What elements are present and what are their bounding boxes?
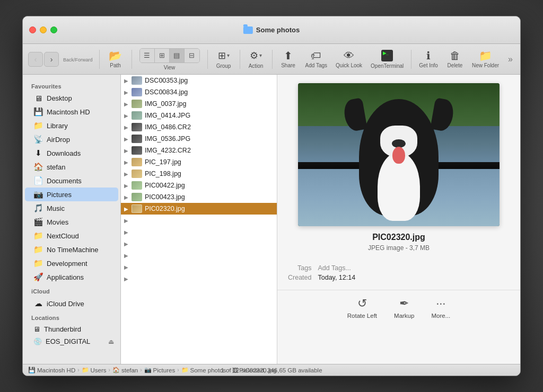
file-row[interactable]: ▶ DSC00834.jpg [121, 86, 277, 98]
newfolder-button[interactable]: 📁 New Folder [469, 46, 502, 73]
action-button[interactable]: ⚙ ▾ Action [244, 46, 268, 73]
breadcrumb-item-users[interactable]: 📁 Users [82, 367, 107, 373]
sidebar-item-documents[interactable]: 📄 Documents [25, 174, 118, 188]
preview-image-container [298, 83, 500, 226]
status-text: 1 of 12 selected, 346,65 GB available [221, 367, 322, 373]
breadcrumb-sep: › [140, 367, 142, 373]
view-button[interactable]: ☰ ⊞ ▤ ⊟ View [136, 46, 203, 73]
sidebar-item-stefan[interactable]: 🏠 stefan [25, 160, 118, 174]
column-view-btn[interactable]: ▤ [170, 49, 185, 63]
sidebar-item-thunderbird[interactable]: 🖥 Thunderbird [25, 323, 118, 335]
list-icon-btn[interactable]: ☰ [140, 49, 155, 63]
file-row[interactable]: ▶ DSC00353.jpg [121, 75, 277, 86]
rotate-left-button[interactable]: ↺ Rotate Left [347, 297, 377, 319]
stefan-icon: 🏠 [33, 162, 43, 172]
macintosh-hd-icon-small: 💾 [28, 367, 36, 373]
sidebar-item-downloads[interactable]: ⬇ Downloads [25, 146, 118, 160]
file-row[interactable]: ▶ PIC_198.jpg [121, 168, 277, 180]
sidebar-item-library-label: Library [47, 122, 68, 130]
created-value: Today, 12:14 [318, 274, 510, 281]
sidebar-item-applications[interactable]: 🚀 Applications [25, 270, 118, 284]
file-row[interactable]: ▶ IMG_0536.JPG [121, 133, 277, 145]
statusbar: 💾 Macintosh HD › 📁 Users › 🏠 stefan › 📷 … [23, 364, 520, 376]
breadcrumb-item-macintosh[interactable]: 💾 Macintosh HD [28, 367, 75, 373]
maximize-button[interactable] [50, 26, 57, 33]
downloads-icon: ⬇ [33, 148, 43, 158]
sidebar-item-eos-digital[interactable]: 💿 EOS_DIGITAL ⏏ [25, 335, 118, 348]
more-label: More... [431, 313, 450, 319]
file-row[interactable]: ▶ PIC00423.jpg [121, 191, 277, 203]
share-button[interactable]: ⬆ Share [277, 46, 300, 73]
file-row[interactable]: ▶ IMG_0037.jpg [121, 98, 277, 110]
sidebar-item-icloud-drive[interactable]: ☁ iCloud Drive [25, 297, 118, 310]
sidebar-item-library[interactable]: 📁 Library [25, 119, 118, 132]
macintosh-hd-icon: 💾 [33, 107, 43, 117]
icloud-title: iCloud [23, 284, 120, 297]
back-button[interactable]: ‹ [28, 52, 43, 67]
sidebar-item-development[interactable]: 📁 Development [25, 256, 118, 270]
airdrop-icon: 📡 [33, 135, 43, 144]
group-button[interactable]: ⊞ ▾ Group [212, 46, 235, 73]
file-row[interactable]: ▶ IMG_0414.JPG [121, 110, 277, 121]
file-row[interactable]: ▶ PIC_197.jpg [121, 156, 277, 168]
minimize-button[interactable] [40, 26, 47, 33]
file-row-selected[interactable]: ▶ PIC02320.jpg [121, 203, 277, 215]
sidebar-item-airdrop[interactable]: 📡 AirDrop [25, 132, 118, 146]
quicklook-button[interactable]: 👁 Quick Look [332, 46, 365, 73]
tags-value[interactable]: Add Tags... [318, 264, 510, 272]
created-label: Created [288, 274, 311, 281]
breadcrumb-item-stefan[interactable]: 🏠 stefan [112, 367, 138, 373]
file-row[interactable]: ▶ IMG_0486.CR2 [121, 121, 277, 133]
addtags-button[interactable]: 🏷 Add Tags [302, 46, 331, 73]
sidebar-item-desktop[interactable]: 🖥 Desktop [25, 92, 118, 105]
toolbar-more-button[interactable]: » [506, 52, 515, 66]
expand-arrow: ▶ [121, 124, 132, 130]
forward-button[interactable]: › [44, 52, 59, 67]
file-name: IMG_4232.CR2 [145, 147, 191, 154]
sidebar-item-movies[interactable]: 🎬 Movies [25, 215, 118, 229]
locations-title: Locations [23, 310, 120, 323]
breadcrumb-item-pictures[interactable]: 📷 Pictures [144, 367, 176, 373]
traffic-lights [29, 26, 57, 33]
icon-view-btn[interactable]: ⊞ [155, 49, 170, 63]
preview-metadata: Tags Add Tags... Created Today, 12:14 [277, 264, 520, 281]
sidebar-item-nextcloud[interactable]: 📁 NextCloud [25, 229, 118, 243]
path-button[interactable]: 📂 Path [104, 46, 127, 73]
markup-button[interactable]: ✒ Markup [394, 297, 414, 319]
file-thumb [132, 204, 142, 213]
file-thumb [132, 170, 142, 178]
sidebar-item-music-label: Music [47, 204, 65, 212]
getinfo-icon: ℹ [426, 50, 431, 61]
sidebar-item-movies-label: Movies [47, 218, 68, 226]
file-thumb [132, 181, 142, 190]
more-button[interactable]: ··· More... [431, 297, 450, 319]
breadcrumb-item-some-photos[interactable]: 📁 Some photos [181, 367, 226, 373]
file-row[interactable]: ▶ IMG_4232.CR2 [121, 145, 277, 156]
addtags-label: Add Tags [305, 63, 328, 68]
getinfo-button[interactable]: ℹ Get Info [416, 46, 441, 73]
group-dropdown-arrow: ▾ [227, 52, 230, 58]
sidebar-item-macintosh-hd[interactable]: 💾 Macintosh HD [25, 105, 118, 119]
openterminal-button[interactable]: ▶_ OpenTerminal [367, 46, 407, 73]
delete-label: Delete [447, 63, 462, 68]
sidebar-item-notimemachine[interactable]: 📁 No TimeMachine [25, 243, 118, 256]
action-label: Action [249, 63, 264, 69]
group-label: Group [216, 63, 231, 69]
preview-filename: PIC02320.jpg [368, 233, 430, 242]
gallery-view-btn[interactable]: ⊟ [185, 49, 199, 63]
quicklook-icon: 👁 [344, 50, 354, 61]
file-row-empty: ▶ [121, 226, 277, 238]
separator-5 [272, 50, 273, 69]
expand-arrow: ▶ [121, 159, 132, 165]
sidebar-item-music[interactable]: 🎵 Music [25, 201, 118, 215]
eject-icon[interactable]: ⏏ [108, 338, 114, 345]
file-thumb [132, 111, 142, 120]
expand-arrow: ▶ [121, 194, 132, 200]
breadcrumb-pictures-label: Pictures [153, 367, 176, 373]
sidebar-item-pictures[interactable]: 📷 Pictures [25, 188, 118, 201]
eos-digital-icon: 💿 [33, 337, 42, 345]
nav-group: ‹ › [28, 52, 59, 67]
file-row[interactable]: ▶ PIC00422.jpg [121, 180, 277, 191]
delete-button[interactable]: 🗑 Delete [443, 46, 467, 73]
close-button[interactable] [29, 26, 36, 33]
